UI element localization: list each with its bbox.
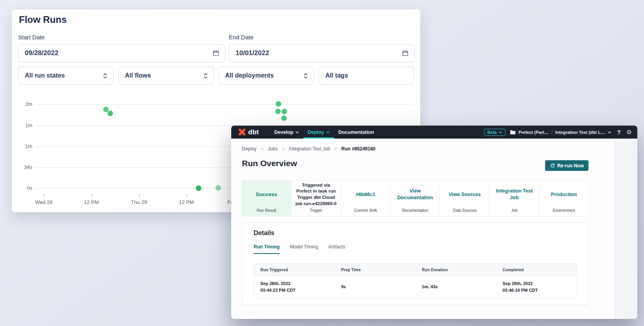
breadcrumb-jobs[interactable]: Jobs	[268, 146, 278, 152]
view-sources-link[interactable]: View Sources	[449, 191, 481, 198]
breadcrumb-run: Run #85249160	[341, 146, 376, 152]
data-sources-card[interactable]: View Sources Data Sources	[440, 181, 489, 216]
help-icon[interactable]: ?	[616, 129, 622, 135]
rerun-now-button[interactable]: Re-run Now	[545, 160, 588, 171]
x-tick-label: Thu 29	[131, 199, 147, 205]
flow-run-point[interactable]	[215, 185, 221, 191]
account-name: Prefect (Part…	[518, 130, 548, 135]
x-tick-mark	[186, 194, 187, 196]
y-axis-label: 0s	[12, 185, 32, 191]
flow-run-point[interactable]	[108, 111, 113, 116]
col-run-triggered: Run Triggered	[254, 268, 335, 272]
tab-model-timing[interactable]: Model Timing	[290, 244, 318, 254]
col-run-duration: Run Duration	[416, 268, 496, 272]
flow-run-point[interactable]	[196, 185, 201, 191]
flow-run-point[interactable]	[275, 109, 281, 114]
commit-sha-card[interactable]: #6b86c1 Commit SHA	[341, 181, 390, 216]
cell-prep-time: 9s	[335, 276, 416, 298]
beta-badge[interactable]: Beta	[484, 129, 505, 136]
nav-item-documentation[interactable]: Documentation	[334, 126, 379, 139]
project-switcher[interactable]: Prefect (Part… / Integration Test (dbt L…	[510, 130, 611, 135]
x-tick-label: Wed 28	[35, 199, 53, 205]
flow-run-point[interactable]	[282, 109, 287, 114]
dbt-cloud-window: dbt Develop Deploy Documentation Beta Pr…	[231, 126, 637, 319]
nav-item-develop[interactable]: Develop	[270, 126, 303, 139]
folder-icon	[510, 130, 516, 135]
run-result-value: Success	[256, 191, 277, 198]
y-axis-label: 2m	[12, 101, 32, 107]
breadcrumb-job[interactable]: Integration Test Job	[289, 146, 330, 152]
breadcrumb-deploy[interactable]: Deploy	[242, 146, 256, 152]
chevron-down-icon	[499, 131, 502, 133]
x-tick-label: 12 PM	[84, 199, 99, 205]
nav-item-deploy[interactable]: Deploy	[303, 126, 334, 139]
dbt-logo-text: dbt	[248, 128, 259, 136]
details-card: Details Run Timing Model Timing Artifact…	[242, 222, 588, 305]
table-row: Sep 28th, 2022 03:44:22 PM CDT 9s 1m, 43…	[254, 276, 577, 298]
x-tick-mark	[44, 194, 45, 196]
run-timing-table: Run Triggered Prep Time Run Duration Com…	[254, 263, 577, 298]
dbt-content: Deploy > Jobs > Integration Test Job > R…	[242, 139, 588, 319]
view-documentation-link[interactable]: View Documentation	[394, 188, 437, 201]
y-axis-label: 1m	[12, 143, 32, 149]
tab-run-timing[interactable]: Run Timing	[254, 244, 280, 254]
right-rail	[614, 139, 637, 319]
trigger-card: Triggered via Prefect in task run Trigge…	[291, 181, 341, 216]
run-summary-row: Success Run Result Triggered via Prefect…	[242, 180, 588, 217]
job-link[interactable]: Integration Test Job	[493, 188, 536, 201]
breadcrumb-separator: >	[261, 146, 263, 151]
job-card[interactable]: Integration Test Job Job	[489, 181, 539, 216]
environment-link[interactable]: Production	[551, 191, 577, 198]
y-gridline	[35, 104, 412, 105]
documentation-card[interactable]: View Documentation Documentation	[390, 181, 440, 216]
x-tick-mark	[139, 194, 140, 196]
cell-run-duration: 1m, 43s	[416, 276, 496, 298]
x-tick-label: 12 PM	[179, 199, 194, 205]
refresh-icon	[550, 163, 555, 168]
chevron-down-icon	[295, 131, 299, 133]
run-overview-title: Run Overview	[242, 159, 297, 168]
breadcrumb-separator: >	[334, 146, 337, 151]
details-title: Details	[254, 230, 274, 237]
environment-name: Integration Test (dbt L…	[555, 130, 605, 135]
environment-card[interactable]: Production Environment	[539, 181, 588, 216]
gear-icon[interactable]: ⚙	[627, 129, 632, 136]
trigger-value: Triggered via Prefect in task run Trigge…	[295, 182, 338, 207]
details-tabs: Run Timing Model Timing Artifacts	[254, 244, 345, 254]
table-header-row: Run Triggered Prep Time Run Duration Com…	[254, 264, 577, 276]
dbt-logo[interactable]: dbt	[238, 128, 259, 136]
y-axis-label: 1m	[12, 122, 32, 128]
col-completed: Completed	[496, 268, 577, 272]
dbt-logo-icon	[238, 128, 246, 136]
run-result-card: Success Run Result	[242, 181, 291, 216]
col-prep-time: Prep Time	[335, 268, 416, 272]
cell-completed: Sep 28th, 2022 03:46:16 PM CDT	[496, 276, 577, 298]
breadcrumb-separator: >	[282, 146, 284, 151]
cell-run-triggered: Sep 28th, 2022 03:44:22 PM CDT	[254, 276, 335, 298]
dbt-navbar: dbt Develop Deploy Documentation Beta Pr…	[231, 126, 637, 139]
flow-run-point[interactable]	[276, 101, 281, 107]
chevron-down-icon	[608, 131, 611, 133]
x-tick-mark	[91, 194, 92, 196]
tab-artifacts[interactable]: Artifacts	[328, 244, 345, 254]
commit-sha-link[interactable]: #6b86c1	[356, 191, 375, 198]
breadcrumb: Deploy > Jobs > Integration Test Job > R…	[242, 146, 375, 152]
chevron-down-icon	[326, 131, 330, 133]
flow-run-point[interactable]	[281, 115, 287, 121]
y-axis-label: 34s	[12, 164, 32, 170]
